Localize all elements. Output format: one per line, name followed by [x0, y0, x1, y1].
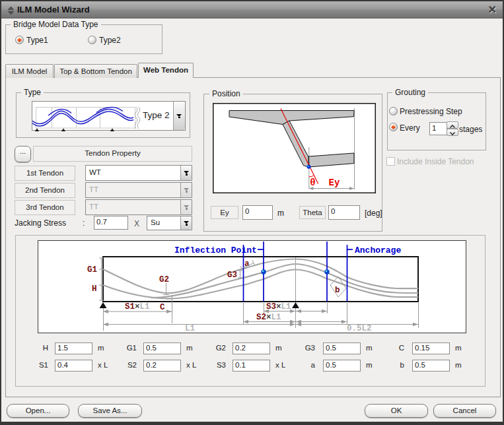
svg-text:S1×L1: S1×L1 — [125, 302, 150, 311]
svg-text:S3×L1: S3×L1 — [266, 302, 291, 311]
svg-text:S2×L1: S2×L1 — [256, 313, 281, 322]
svg-text:H: H — [92, 284, 97, 294]
svg-text:G3: G3 — [227, 271, 237, 280]
svg-text:θ: θ — [310, 178, 315, 188]
svg-text:C: C — [160, 303, 165, 312]
svg-text:G2: G2 — [159, 275, 169, 284]
svg-text:Inflection Point: Inflection Point — [174, 245, 257, 255]
svg-text:L1: L1 — [185, 324, 195, 333]
svg-text:0.5L2: 0.5L2 — [347, 324, 372, 333]
svg-text:Ey: Ey — [329, 178, 340, 188]
svg-text:Anchorage: Anchorage — [355, 245, 401, 255]
svg-text:G1: G1 — [87, 265, 97, 275]
